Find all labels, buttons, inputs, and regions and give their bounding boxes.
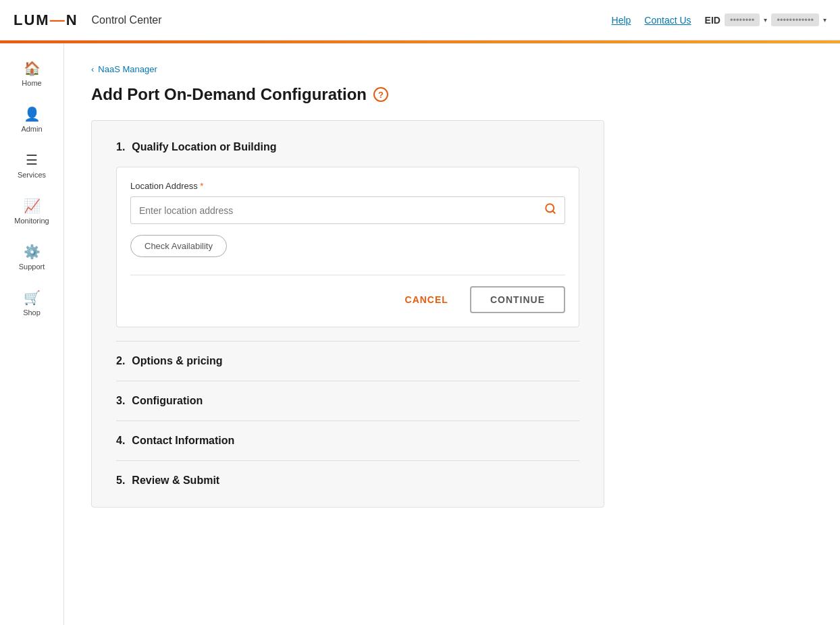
breadcrumb-link[interactable]: NaaS Manager xyxy=(98,64,157,74)
cancel-button[interactable]: CANCEL xyxy=(394,288,459,312)
page-title: Add Port On-Demand Configuration xyxy=(91,85,367,104)
help-link[interactable]: Help xyxy=(612,15,631,26)
sidebar-label-monitoring: Monitoring xyxy=(14,217,49,225)
sidebar-label-home: Home xyxy=(22,79,41,87)
monitoring-icon: 📈 xyxy=(24,198,41,214)
step-4-section: 4. Contact Information xyxy=(116,421,579,461)
search-icon xyxy=(544,202,556,218)
sidebar-label-services: Services xyxy=(18,171,46,179)
location-label: Location Address * xyxy=(130,181,565,191)
step-5-title: Review & Submit xyxy=(132,474,219,487)
header-right: Help Contact Us EID •••••••• ▾ •••••••••… xyxy=(612,13,826,26)
step-5-number: 5. xyxy=(116,474,125,487)
help-tooltip-icon[interactable]: ? xyxy=(373,87,388,102)
svg-line-1 xyxy=(552,211,554,213)
sidebar-item-monitoring[interactable]: 📈 Monitoring xyxy=(0,188,63,234)
shop-icon: 🛒 xyxy=(24,290,41,306)
support-icon: ⚙️ xyxy=(24,244,41,260)
step-3-section: 3. Configuration xyxy=(116,381,579,421)
step-1-section: 1. Qualify Location or Building Location… xyxy=(116,141,579,342)
services-icon: ☰ xyxy=(26,152,38,168)
eid-value: •••••••• xyxy=(725,13,760,26)
layout: 🏠 Home 👤 Admin ☰ Services 📈 Monitoring ⚙… xyxy=(0,44,840,625)
location-input-wrapper xyxy=(130,196,565,224)
breadcrumb-arrow-icon: ‹ xyxy=(91,64,94,74)
account-chevron-icon[interactable]: ▾ xyxy=(823,16,826,24)
step-1-number: 1. xyxy=(116,141,125,153)
step-1-title: Qualify Location or Building xyxy=(132,141,276,153)
eid-label: EID xyxy=(705,15,720,26)
step-5-section: 5. Review & Submit xyxy=(116,461,579,487)
main-content: ‹ NaaS Manager Add Port On-Demand Config… xyxy=(64,44,840,625)
continue-button[interactable]: CONTINUE xyxy=(470,286,565,313)
eid-chevron-icon[interactable]: ▾ xyxy=(764,16,767,24)
orange-bar xyxy=(0,40,840,43)
sidebar-label-support: Support xyxy=(19,263,45,271)
sidebar-item-services[interactable]: ☰ Services xyxy=(0,142,63,188)
step-1-content: Location Address * xyxy=(116,167,579,327)
steps-container: 1. Qualify Location or Building Location… xyxy=(91,120,604,508)
step-3-header[interactable]: 3. Configuration xyxy=(116,395,579,407)
eid-section: EID •••••••• ▾ •••••••••••• ▾ xyxy=(705,13,826,26)
sidebar-label-shop: Shop xyxy=(23,308,41,317)
admin-icon: 👤 xyxy=(24,106,41,122)
contact-us-link[interactable]: Contact Us xyxy=(644,15,691,26)
sidebar-item-shop[interactable]: 🛒 Shop xyxy=(0,280,63,326)
sidebar-item-home[interactable]: 🏠 Home xyxy=(0,51,63,97)
step-3-number: 3. xyxy=(116,395,125,407)
step-4-title: Contact Information xyxy=(132,435,234,447)
step-2-number: 2. xyxy=(116,355,125,367)
header: LUM—N Control Center Help Contact Us EID… xyxy=(0,0,840,40)
search-button[interactable] xyxy=(536,197,565,223)
sidebar-item-support[interactable]: ⚙️ Support xyxy=(0,234,63,280)
breadcrumb: ‹ NaaS Manager xyxy=(91,64,813,74)
step-1-header: 1. Qualify Location or Building xyxy=(116,141,579,153)
step-2-section: 2. Options & pricing xyxy=(116,342,579,381)
home-icon: 🏠 xyxy=(24,60,41,76)
app-title: Control Center xyxy=(92,14,162,26)
sidebar: 🏠 Home 👤 Admin ☰ Services 📈 Monitoring ⚙… xyxy=(0,44,64,625)
step-4-header[interactable]: 4. Contact Information xyxy=(116,435,579,447)
location-input[interactable] xyxy=(131,198,536,223)
step-4-number: 4. xyxy=(116,435,125,447)
step-3-title: Configuration xyxy=(132,395,203,407)
step-2-header[interactable]: 2. Options & pricing xyxy=(116,355,579,367)
check-availability-button[interactable]: Check Availability xyxy=(130,235,227,257)
sidebar-item-admin[interactable]: 👤 Admin xyxy=(0,97,63,142)
logo-area: LUM—N xyxy=(14,11,78,29)
account-value: •••••••••••• xyxy=(771,13,819,26)
page-title-area: Add Port On-Demand Configuration ? xyxy=(91,85,813,104)
required-star: * xyxy=(200,181,203,191)
step-5-header[interactable]: 5. Review & Submit xyxy=(116,474,579,487)
logo: LUM—N xyxy=(14,11,78,29)
step-2-title: Options & pricing xyxy=(132,355,222,367)
sidebar-label-admin: Admin xyxy=(21,125,42,133)
action-row: CANCEL CONTINUE xyxy=(130,275,565,313)
